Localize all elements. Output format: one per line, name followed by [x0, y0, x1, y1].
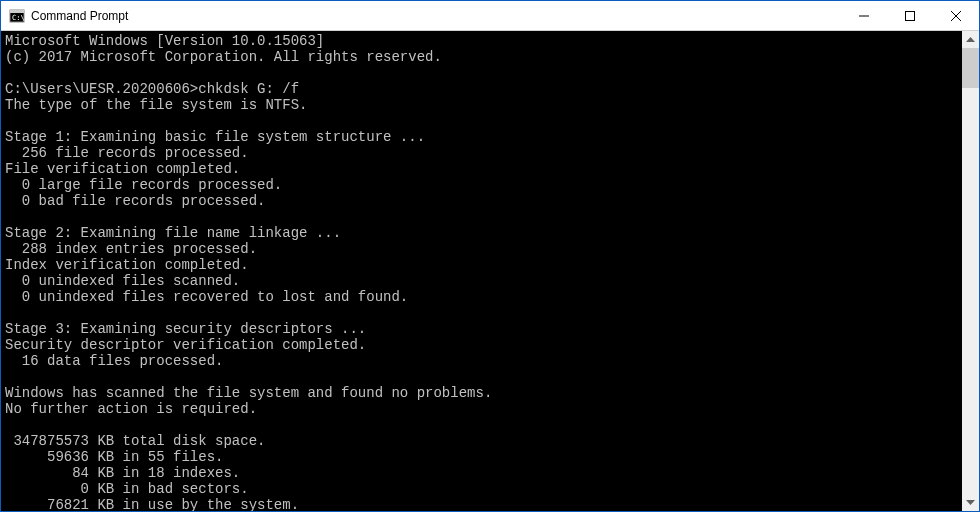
window-title: Command Prompt	[31, 9, 841, 23]
command-prompt-window: C:\ Command Prompt Microsoft Windows [Ve…	[0, 0, 980, 512]
terminal-area: Microsoft Windows [Version 10.0.15063] (…	[1, 31, 979, 511]
svg-line-5	[951, 11, 961, 21]
scroll-down-arrow-icon[interactable]	[962, 494, 979, 511]
scroll-up-arrow-icon[interactable]	[962, 31, 979, 48]
scroll-thumb[interactable]	[962, 48, 979, 88]
svg-text:C:\: C:\	[12, 14, 25, 22]
minimize-button[interactable]	[841, 1, 887, 30]
titlebar[interactable]: C:\ Command Prompt	[1, 1, 979, 31]
svg-line-6	[951, 11, 961, 21]
svg-rect-4	[906, 11, 915, 20]
app-icon: C:\	[9, 8, 25, 24]
maximize-button[interactable]	[887, 1, 933, 30]
scroll-track[interactable]	[962, 48, 979, 494]
svg-rect-1	[10, 10, 24, 13]
svg-marker-8	[966, 500, 975, 505]
terminal-output[interactable]: Microsoft Windows [Version 10.0.15063] (…	[1, 31, 962, 511]
vertical-scrollbar[interactable]	[962, 31, 979, 511]
close-button[interactable]	[933, 1, 979, 30]
window-controls	[841, 1, 979, 30]
svg-marker-7	[966, 37, 975, 42]
